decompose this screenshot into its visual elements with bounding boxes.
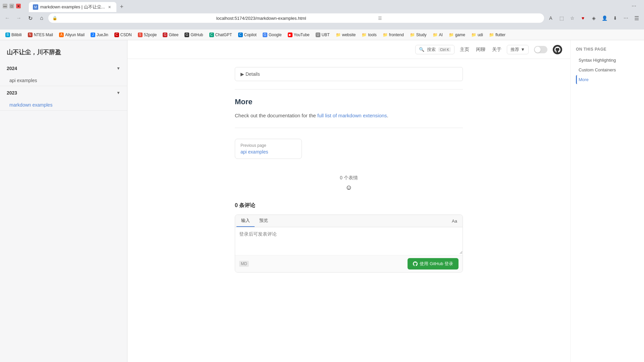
- gitee-label: Gitee: [169, 33, 178, 37]
- on-page-syntax-highlighting[interactable]: Syntax Highlighting: [576, 56, 639, 65]
- ubt-icon: U: [316, 33, 320, 37]
- tools-label: tools: [368, 33, 376, 37]
- minimize-button[interactable]: —: [3, 4, 7, 8]
- bookmark-tools[interactable]: 📁 tools: [359, 31, 379, 39]
- back-button[interactable]: ←: [3, 13, 12, 23]
- recommend-button[interactable]: 推荐 ▼: [507, 45, 529, 54]
- browser-menu-icons: ⋯: [629, 1, 641, 11]
- nav-about[interactable]: 关于: [492, 47, 501, 53]
- settings-icon[interactable]: ☰: [632, 13, 641, 23]
- new-tab-button[interactable]: +: [117, 2, 126, 11]
- vpn-icon[interactable]: ◈: [589, 13, 598, 23]
- bookmark-aliyunmail[interactable]: A Aliyun Mail: [56, 31, 87, 39]
- nav-chat[interactable]: 闲聊: [476, 47, 485, 53]
- home-button[interactable]: ⌂: [37, 13, 46, 23]
- nav-home[interactable]: 主页: [460, 47, 469, 53]
- address-input-container[interactable]: 🔒 localhost:5174/2023/markdown-examples.…: [48, 13, 544, 23]
- extensions-icon[interactable]: ⋯: [621, 13, 631, 23]
- comment-textarea[interactable]: [235, 227, 463, 254]
- bookmark-study[interactable]: 📁 Study: [407, 31, 429, 39]
- address-icons: A ⬚ ☆ ♥ ◈ 👤 ⬇ ⋯ ☰: [546, 13, 641, 23]
- bookmark-copilot[interactable]: C Copilot: [235, 31, 259, 39]
- close-button[interactable]: ✕: [16, 4, 21, 8]
- bookmark-youtube[interactable]: ▶ YouTube: [285, 31, 312, 39]
- sidebar-year-2024[interactable]: 2024 ▼: [0, 62, 127, 75]
- pojie-label: 52pojie: [144, 33, 157, 37]
- emoji-button[interactable]: ☺: [345, 184, 352, 191]
- bookmark-chatgpt[interactable]: C ChatGPT: [207, 31, 235, 39]
- profile-icon[interactable]: 👤: [600, 13, 609, 23]
- bookmark-google[interactable]: G Google: [260, 31, 284, 39]
- refresh-button[interactable]: ↻: [25, 13, 35, 23]
- study-label: Study: [416, 33, 427, 37]
- search-box[interactable]: 🔍 搜索 Ctrl K: [415, 45, 455, 54]
- on-page-custom-containers[interactable]: Custom Containers: [576, 65, 639, 74]
- pojie-icon: 5: [138, 33, 143, 37]
- aliyunmail-label: Aliyun Mail: [65, 33, 85, 37]
- bookmark-52pojie[interactable]: 5 52pojie: [135, 31, 160, 39]
- site-title: 山不让尘，川不辞盈: [7, 48, 120, 56]
- sidebar-year-2023[interactable]: 2023 ▼: [0, 86, 127, 100]
- tab-close-button[interactable]: ✕: [107, 4, 112, 10]
- github-login-button[interactable]: 使用 GitHub 登录: [408, 258, 459, 269]
- bookmark-ubt[interactable]: U UBT: [313, 31, 332, 39]
- screenshot-icon[interactable]: ⬚: [557, 13, 566, 23]
- ai-label: AI: [439, 33, 443, 37]
- csdn-label: CSDN: [120, 33, 132, 37]
- github-nav-icon[interactable]: [553, 45, 562, 54]
- forward-button[interactable]: →: [14, 13, 23, 23]
- github-login-icon: [413, 261, 418, 266]
- bookmark-frontend[interactable]: 📁 frontend: [380, 31, 407, 39]
- details-box[interactable]: ▶ Details: [235, 67, 463, 81]
- bookmark-ntesmail[interactable]: N NTES Mail: [25, 31, 56, 39]
- game-label: game: [455, 33, 465, 37]
- tab-input[interactable]: 输入: [236, 215, 255, 227]
- bookmark-ai[interactable]: 📁 AI: [430, 31, 445, 39]
- bookmark-csdn[interactable]: C CSDN: [112, 31, 135, 39]
- title-bar: — □ ✕ M markdown examples | 山不让尘... ✕ + …: [0, 0, 644, 12]
- bookmark-website[interactable]: 📁 website: [333, 31, 359, 39]
- sidebar: 山不让尘，川不辞盈 2024 ▼ api examples 2023 ▼ mar…: [0, 40, 127, 362]
- nav-links: 主页 闲聊 关于: [460, 47, 501, 53]
- prev-page-link[interactable]: Previous page api examples: [235, 139, 302, 159]
- sidebar-header: 山不让尘，川不辞盈: [0, 40, 127, 62]
- active-tab[interactable]: M markdown examples | 山不让尘... ✕: [29, 2, 116, 12]
- sidebar-link-markdown-examples[interactable]: markdown examples: [0, 100, 127, 110]
- game-folder-icon: 📁: [449, 33, 454, 37]
- markdown-extensions-link[interactable]: full list of markdown extensions: [317, 113, 387, 118]
- udi-label: udi: [478, 33, 483, 37]
- bookmark-game[interactable]: 📁 game: [446, 31, 468, 39]
- download-icon[interactable]: ⬇: [610, 13, 620, 23]
- bookmark-udi[interactable]: 📁 udi: [469, 31, 486, 39]
- sidebar-section-2023: 2023 ▼ markdown examples: [0, 86, 127, 111]
- comment-editor: 输入 预览 Aa MD 使用 GitHub 登录: [235, 215, 463, 273]
- translate-icon[interactable]: A: [546, 13, 555, 23]
- tab-preview[interactable]: 预览: [255, 215, 273, 227]
- bookmark-github[interactable]: G GitHub: [182, 31, 206, 39]
- section-divider-2: [235, 128, 463, 128]
- ntesmail-icon: N: [28, 33, 33, 37]
- reader-icon: ☰: [378, 16, 540, 21]
- bookmark-bilibili[interactable]: B Bilibili: [3, 31, 24, 39]
- browser-chrome: — □ ✕ M markdown examples | 山不让尘... ✕ + …: [0, 0, 644, 29]
- bookmark-juejin[interactable]: J JueJin: [88, 31, 111, 39]
- collection-icon[interactable]: ♥: [578, 13, 588, 23]
- on-page-more[interactable]: More: [576, 75, 639, 84]
- chevron-2024-icon: ▼: [116, 66, 120, 71]
- maximize-button[interactable]: □: [9, 4, 14, 8]
- theme-toggle[interactable]: [534, 46, 547, 53]
- github-bm-icon: G: [184, 33, 189, 37]
- tab-bar: M markdown examples | 山不让尘... ✕ +: [26, 0, 627, 12]
- reactions-count: 0 个表情: [235, 175, 463, 181]
- tab-format[interactable]: Aa: [448, 216, 461, 226]
- section-text-prefix: Check out the documentation for the: [235, 113, 316, 118]
- browser-menu-button[interactable]: ⋯: [629, 1, 639, 11]
- bookmark-gitee[interactable]: G Gitee: [160, 31, 181, 39]
- bookmark-flutter[interactable]: 📁 flutter: [486, 31, 508, 39]
- section-divider: [235, 89, 463, 89]
- juejin-label: JueJin: [97, 33, 108, 37]
- login-btn-label: 使用 GitHub 登录: [420, 261, 453, 267]
- gitee-icon: G: [163, 33, 167, 37]
- star-icon[interactable]: ☆: [568, 13, 577, 23]
- tab-title: markdown examples | 山不让尘...: [40, 4, 105, 10]
